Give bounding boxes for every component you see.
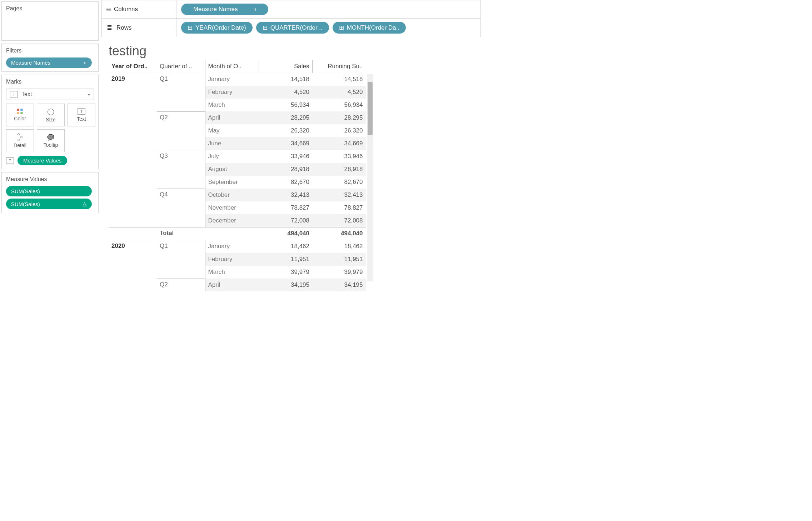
table-row[interactable]: November78,82778,827 [109, 201, 366, 214]
table-row[interactable]: December72,00872,008 [109, 214, 366, 227]
cell-quarter [157, 201, 205, 214]
table-row[interactable]: February4,5204,520 [109, 86, 366, 99]
cell-running: 32,413 [312, 189, 366, 201]
table-row[interactable]: Q3July33,94633,946 [109, 150, 366, 163]
cell-month: August [205, 163, 259, 176]
cell-quarter [157, 124, 205, 137]
header-quarter[interactable]: Quarter of .. [157, 60, 205, 73]
cell-year [109, 137, 157, 150]
table-row[interactable]: March56,93456,934 [109, 99, 366, 111]
cell-year [109, 201, 157, 214]
tooltip-icon [47, 134, 54, 141]
cell-sales: 72,008 [259, 214, 312, 227]
table-row[interactable]: Q2April28,29528,295 [109, 111, 366, 124]
table-row[interactable]: September82,67082,670 [109, 176, 366, 189]
bars-icon [84, 60, 87, 66]
cell-sales: 4,520 [259, 86, 312, 99]
shelf-pill[interactable]: Measure Names [181, 4, 268, 15]
marks-card: Marks T Text Color Size [1, 75, 99, 169]
header-running[interactable]: Running Su.. [312, 60, 366, 73]
table-row[interactable]: May26,32026,320 [109, 124, 366, 137]
cell-running: 39,979 [312, 266, 366, 279]
cell-sales: 14,518 [259, 73, 312, 86]
columns-label: Columns [114, 6, 138, 13]
detail-icon [18, 133, 23, 141]
cell-year [109, 150, 157, 163]
marks-tooltip-button[interactable]: Tooltip [37, 129, 65, 152]
cell-running: 18,462 [312, 240, 366, 253]
table-row[interactable]: 2019Q1January14,51814,518 [109, 73, 366, 86]
shelf-pill[interactable]: QUARTER(Order .. [256, 22, 329, 34]
cell-month: December [205, 214, 259, 227]
cell-year [109, 189, 157, 201]
header-year[interactable]: Year of Ord.. [109, 60, 157, 73]
marks-color-label: Color [14, 116, 26, 121]
marks-size-button[interactable]: Size [37, 104, 65, 126]
shelf-pill[interactable]: YEAR(Order Date) [181, 22, 253, 34]
marks-detail-button[interactable]: Detail [6, 129, 34, 152]
pages-shelf[interactable]: Pages [1, 1, 99, 41]
mv-pill-sum-sales-2[interactable]: SUM(Sales) [6, 199, 92, 209]
table-row[interactable]: Total494,040494,040 [109, 227, 366, 240]
filters-shelf[interactable]: Filters Measure Names [1, 44, 99, 72]
table-row[interactable]: Q2April34,19534,195 [109, 279, 366, 291]
cell-running: 14,518 [312, 73, 366, 86]
cell-month: March [205, 99, 259, 111]
cell-quarter: Q2 [157, 111, 205, 124]
table-row[interactable]: March39,97939,979 [109, 266, 366, 279]
cell-quarter [157, 163, 205, 176]
cell-month: January [205, 240, 259, 253]
marks-text-button[interactable]: T Text [68, 104, 95, 126]
cell-running: 11,951 [312, 253, 366, 266]
scrollbar-thumb[interactable] [368, 82, 373, 135]
minus-icon [263, 24, 268, 31]
cell-sales: 28,918 [259, 163, 312, 176]
mv-pill-label: SUM(Sales) [11, 201, 40, 207]
cell-month: March [205, 266, 259, 279]
pill-label: QUARTER(Order .. [270, 24, 323, 31]
cell-sales: 494,040 [259, 227, 312, 240]
table-row[interactable]: August28,91828,918 [109, 163, 366, 176]
pages-label: Pages [6, 5, 94, 12]
bars-icon [254, 6, 256, 13]
cell-year [109, 227, 157, 240]
cell-quarter [157, 266, 205, 279]
cell-month: January [205, 73, 259, 86]
rows-shelf[interactable]: Rows YEAR(Order Date)QUARTER(Order ..MON… [101, 19, 481, 37]
cell-year [109, 253, 157, 266]
shelf-pill[interactable]: MONTH(Order Da.. [333, 22, 406, 34]
cell-sales: 78,827 [259, 201, 312, 214]
columns-shelf[interactable]: Columns Measure Names [101, 0, 481, 19]
vertical-scrollbar[interactable] [367, 74, 373, 281]
table-row[interactable]: 2020Q1January18,46218,462 [109, 240, 366, 253]
marks-text-pill-measure-values[interactable]: Measure Values [18, 156, 67, 165]
sheet-title[interactable]: testing [101, 37, 481, 60]
minus-icon [188, 24, 193, 31]
cell-year [109, 111, 157, 124]
cell-quarter: Q4 [157, 189, 205, 201]
crosstab[interactable]: Year of Ord.. Quarter of .. Month of O..… [109, 60, 366, 291]
cell-year: 2020 [109, 240, 157, 253]
cell-running: 34,669 [312, 137, 366, 150]
filter-pill-measure-names[interactable]: Measure Names [6, 57, 92, 68]
pill-label: MONTH(Order Da.. [347, 24, 399, 31]
filters-label: Filters [6, 47, 94, 54]
table-row[interactable]: June34,66934,669 [109, 137, 366, 150]
header-month[interactable]: Month of O.. [205, 60, 259, 73]
mv-pill-label: SUM(Sales) [11, 188, 40, 194]
cell-year [109, 99, 157, 111]
cell-running: 56,934 [312, 99, 366, 111]
cell-running: 4,520 [312, 86, 366, 99]
marks-color-button[interactable]: Color [6, 104, 34, 126]
cell-sales: 82,670 [259, 176, 312, 189]
table-row[interactable]: Q4October32,41332,413 [109, 189, 366, 201]
mv-pill-sum-sales-1[interactable]: SUM(Sales) [6, 186, 92, 196]
cell-quarter [157, 99, 205, 111]
cell-quarter [157, 253, 205, 266]
cell-quarter: Q1 [157, 240, 205, 253]
marks-size-label: Size [46, 117, 55, 122]
header-sales[interactable]: Sales [259, 60, 312, 73]
marks-type-select[interactable]: T Text [6, 89, 94, 100]
table-row[interactable]: February11,95111,951 [109, 253, 366, 266]
cell-quarter [157, 86, 205, 99]
